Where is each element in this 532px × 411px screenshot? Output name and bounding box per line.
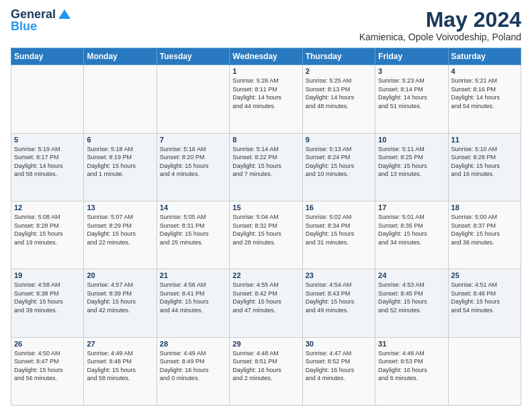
day-info: Sunrise: 4:53 AMSunset: 8:45 PMDaylight:… [378,281,445,314]
day-number: 30 [306,340,372,348]
day-info: Sunrise: 5:05 AMSunset: 8:31 PMDaylight:… [160,213,226,246]
logo-icon [57,7,72,21]
table-row: 22Sunrise: 4:55 AMSunset: 8:42 PMDayligh… [230,269,302,337]
table-row: 2Sunrise: 5:25 AMSunset: 8:13 PMDaylight… [302,65,375,133]
day-number: 26 [14,340,81,348]
day-number: 27 [87,340,153,348]
day-info: Sunrise: 4:58 AMSunset: 8:38 PMDaylight:… [14,281,81,314]
day-info: Sunrise: 5:00 AMSunset: 8:37 PMDaylight:… [451,213,518,246]
table-row: 24Sunrise: 4:53 AMSunset: 8:45 PMDayligh… [375,269,448,337]
title-block: May 2024 Kamienica, Opole Voivodeship, P… [359,8,521,42]
calendar-week-4: 19Sunrise: 4:58 AMSunset: 8:38 PMDayligh… [11,269,521,337]
logo-text-line2: Blue [11,20,72,34]
day-info: Sunrise: 5:01 AMSunset: 8:35 PMDaylight:… [378,213,445,246]
day-info: Sunrise: 5:02 AMSunset: 8:34 PMDaylight:… [306,213,372,246]
day-number: 1 [232,67,299,75]
day-number: 17 [378,203,445,212]
day-number: 12 [14,203,81,212]
day-number: 28 [160,340,226,348]
day-info: Sunrise: 4:50 AMSunset: 8:47 PMDaylight:… [14,349,81,383]
table-row: 1Sunrise: 5:26 AMSunset: 8:11 PMDaylight… [230,65,302,133]
day-number: 7 [160,136,226,144]
table-row: 29Sunrise: 4:48 AMSunset: 8:51 PMDayligh… [230,337,302,405]
day-number: 4 [451,67,518,75]
table-row: 5Sunrise: 5:19 AMSunset: 8:17 PMDaylight… [11,133,84,201]
table-row: 17Sunrise: 5:01 AMSunset: 8:35 PMDayligh… [375,201,448,269]
table-row: 8Sunrise: 5:14 AMSunset: 8:22 PMDaylight… [230,133,302,201]
day-info: Sunrise: 5:07 AMSunset: 8:29 PMDaylight:… [87,213,153,246]
table-row: 19Sunrise: 4:58 AMSunset: 8:38 PMDayligh… [11,269,84,337]
day-info: Sunrise: 5:13 AMSunset: 8:24 PMDaylight:… [306,145,372,179]
day-info: Sunrise: 5:19 AMSunset: 8:17 PMDaylight:… [14,145,81,179]
table-row: 11Sunrise: 5:10 AMSunset: 8:26 PMDayligh… [448,133,521,201]
calendar-week-1: 1Sunrise: 5:26 AMSunset: 8:11 PMDaylight… [11,65,521,133]
col-sunday: Sunday [11,48,84,65]
day-info: Sunrise: 5:23 AMSunset: 8:14 PMDaylight:… [378,77,445,110]
day-info: Sunrise: 5:14 AMSunset: 8:22 PMDaylight:… [232,145,299,179]
day-info: Sunrise: 4:49 AMSunset: 8:49 PMDaylight:… [160,349,226,383]
table-row: 13Sunrise: 5:07 AMSunset: 8:29 PMDayligh… [84,201,157,269]
col-tuesday: Tuesday [157,48,229,65]
day-number: 21 [160,271,226,279]
day-info: Sunrise: 5:18 AMSunset: 8:19 PMDaylight:… [87,145,153,179]
table-row: 20Sunrise: 4:57 AMSunset: 8:39 PMDayligh… [84,269,157,337]
day-info: Sunrise: 4:56 AMSunset: 8:41 PMDaylight:… [160,281,226,314]
day-number: 2 [306,67,372,75]
day-info: Sunrise: 4:48 AMSunset: 8:51 PMDaylight:… [232,349,299,383]
day-info: Sunrise: 4:57 AMSunset: 8:39 PMDaylight:… [87,281,153,314]
calendar-week-2: 5Sunrise: 5:19 AMSunset: 8:17 PMDaylight… [11,133,521,201]
day-number: 20 [87,271,153,279]
table-row: 9Sunrise: 5:13 AMSunset: 8:24 PMDaylight… [302,133,375,201]
day-info: Sunrise: 4:55 AMSunset: 8:42 PMDaylight:… [232,281,299,314]
day-info: Sunrise: 5:10 AMSunset: 8:26 PMDaylight:… [451,145,518,179]
table-row: 16Sunrise: 5:02 AMSunset: 8:34 PMDayligh… [302,201,375,269]
day-number: 10 [378,136,445,144]
table-row: 31Sunrise: 4:46 AMSunset: 8:53 PMDayligh… [375,337,448,405]
day-info: Sunrise: 4:46 AMSunset: 8:53 PMDaylight:… [378,349,445,383]
day-info: Sunrise: 5:04 AMSunset: 8:32 PMDaylight:… [232,213,299,246]
col-thursday: Thursday [302,48,375,65]
table-row [84,65,157,133]
day-number: 13 [87,203,153,212]
col-wednesday: Wednesday [230,48,302,65]
table-row: 21Sunrise: 4:56 AMSunset: 8:41 PMDayligh… [157,269,229,337]
table-row [11,65,84,133]
location-title: Kamienica, Opole Voivodeship, Poland [359,32,521,42]
table-row: 7Sunrise: 5:16 AMSunset: 8:20 PMDaylight… [157,133,229,201]
col-monday: Monday [84,48,157,65]
table-row: 14Sunrise: 5:05 AMSunset: 8:31 PMDayligh… [157,201,229,269]
day-number: 15 [232,203,299,212]
table-row: 23Sunrise: 4:54 AMSunset: 8:43 PMDayligh… [302,269,375,337]
day-number: 19 [14,271,81,279]
svg-marker-0 [58,9,71,19]
day-info: Sunrise: 5:21 AMSunset: 8:16 PMDaylight:… [451,77,518,110]
calendar-body: 1Sunrise: 5:26 AMSunset: 8:11 PMDaylight… [11,65,521,406]
calendar-header: Sunday Monday Tuesday Wednesday Thursday… [11,48,521,65]
day-number: 25 [451,271,518,279]
day-info: Sunrise: 4:54 AMSunset: 8:43 PMDaylight:… [306,281,372,314]
day-number: 3 [378,67,445,75]
day-info: Sunrise: 4:47 AMSunset: 8:52 PMDaylight:… [306,349,372,383]
month-title: May 2024 [359,8,521,32]
col-saturday: Saturday [448,48,521,65]
day-number: 18 [451,203,518,212]
table-row: 28Sunrise: 4:49 AMSunset: 8:49 PMDayligh… [157,337,229,405]
day-number: 9 [306,136,372,144]
day-info: Sunrise: 5:08 AMSunset: 8:28 PMDaylight:… [14,213,81,246]
calendar-table: Sunday Monday Tuesday Wednesday Thursday… [11,48,521,406]
day-info: Sunrise: 4:51 AMSunset: 8:46 PMDaylight:… [451,281,518,314]
day-number: 5 [14,136,81,144]
table-row: 10Sunrise: 5:11 AMSunset: 8:25 PMDayligh… [375,133,448,201]
calendar-week-3: 12Sunrise: 5:08 AMSunset: 8:28 PMDayligh… [11,201,521,269]
header: General Blue May 2024 Kamienica, Opole V… [11,8,521,42]
day-number: 14 [160,203,226,212]
calendar-week-5: 26Sunrise: 4:50 AMSunset: 8:47 PMDayligh… [11,337,521,405]
table-row: 25Sunrise: 4:51 AMSunset: 8:46 PMDayligh… [448,269,521,337]
day-number: 29 [232,340,299,348]
table-row: 3Sunrise: 5:23 AMSunset: 8:14 PMDaylight… [375,65,448,133]
day-number: 24 [378,271,445,279]
day-number: 8 [232,136,299,144]
day-info: Sunrise: 5:26 AMSunset: 8:11 PMDaylight:… [232,77,299,110]
day-info: Sunrise: 5:16 AMSunset: 8:20 PMDaylight:… [160,145,226,179]
table-row [157,65,229,133]
